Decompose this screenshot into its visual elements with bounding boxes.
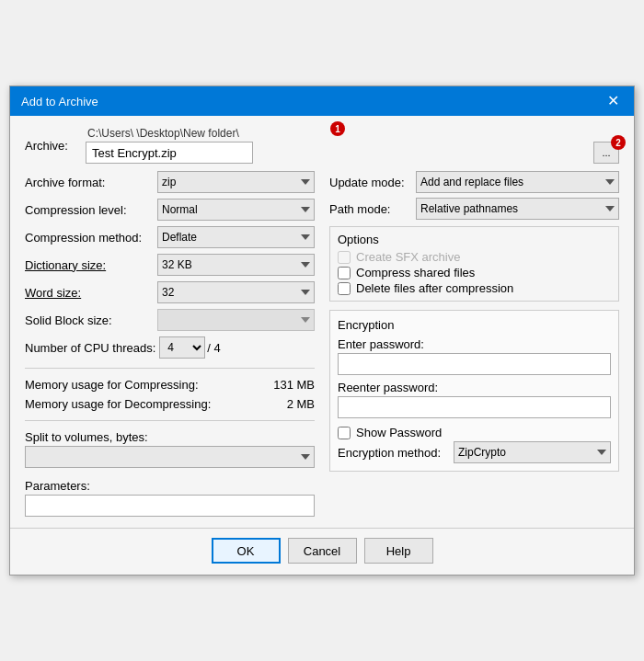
- split-select[interactable]: [25, 446, 315, 468]
- show-password-label: Show Password: [356, 426, 442, 439]
- parameters-label: Parameters:: [25, 479, 315, 493]
- show-password-row: Show Password: [338, 426, 611, 439]
- parameters-section: Parameters:: [25, 479, 315, 517]
- archive-row: Archive: C:\Users\ \Desktop\New folder\ …: [25, 127, 619, 164]
- browse-btn-container: ... 2: [593, 142, 619, 164]
- ok-button[interactable]: OK: [212, 538, 281, 564]
- reenter-password-input[interactable]: [338, 396, 611, 418]
- footer: OK Cancel Help: [10, 528, 634, 575]
- compress-shared-checkbox[interactable]: [338, 267, 351, 279]
- path-mode-row: Path mode: Relative pathnames No pathnam…: [329, 198, 619, 220]
- solid-block-select[interactable]: [157, 309, 315, 331]
- cpu-threads-label: Number of CPU threads:: [25, 341, 155, 355]
- encryption-method-label: Encryption method:: [338, 446, 448, 460]
- add-to-archive-dialog: Add to Archive ✕ Archive: C:\Users\ \Des…: [9, 85, 635, 576]
- dictionary-size-row: Dictionary size: 4 KB 8 KB 16 KB 32 KB 6…: [25, 254, 315, 276]
- create-sfx-checkbox[interactable]: [338, 251, 351, 264]
- archive-format-select[interactable]: zip 7z tar gz: [157, 171, 315, 193]
- cpu-threads-max: / 4: [207, 341, 220, 355]
- archive-path-group: C:\Users\ \Desktop\New folder\ 1 ... 2: [86, 127, 619, 164]
- compress-shared-label: Compress shared files: [356, 266, 475, 279]
- memory-compressing-value: 131 MB: [259, 378, 315, 392]
- badge-1: 1: [330, 121, 345, 136]
- left-column: Archive format: zip 7z tar gz Compressio…: [25, 171, 315, 517]
- update-mode-row: Update mode: Add and replace files Updat…: [329, 171, 619, 193]
- right-column: Update mode: Add and replace files Updat…: [329, 171, 619, 517]
- encryption-title: Encryption: [338, 318, 611, 332]
- dictionary-size-select[interactable]: 4 KB 8 KB 16 KB 32 KB 64 KB: [157, 254, 315, 276]
- archive-format-row: Archive format: zip 7z tar gz: [25, 171, 315, 193]
- archive-format-label: Archive format:: [25, 176, 154, 189]
- encryption-section: Encryption Enter password: Reenter passw…: [329, 310, 619, 472]
- enter-password-label: Enter password:: [338, 337, 611, 351]
- help-button[interactable]: Help: [364, 538, 433, 564]
- show-password-checkbox[interactable]: [338, 427, 351, 439]
- archive-path-text: C:\Users\ \Desktop\New folder\: [86, 127, 619, 140]
- archive-label: Archive:: [25, 139, 80, 153]
- badge-2: 2: [611, 135, 626, 150]
- path-mode-select[interactable]: Relative pathnames No pathnames Absolute…: [416, 198, 619, 220]
- archive-input-container: 1: [86, 142, 590, 164]
- create-sfx-row: Create SFX archive: [338, 250, 611, 264]
- right-col-inner: Update mode: Add and replace files Updat…: [329, 171, 619, 472]
- word-size-label[interactable]: Word size:: [25, 286, 154, 300]
- split-section: Split to volumes, bytes:: [25, 430, 315, 468]
- cpu-threads-spinner: 4 1 2 8 / 4: [159, 336, 220, 359]
- title-bar: Add to Archive ✕: [10, 86, 634, 116]
- memory-decompressing-label: Memory usage for Decompressing:: [25, 397, 211, 411]
- encryption-method-select[interactable]: ZipCrypto AES-128 AES-192 AES-256: [454, 441, 611, 463]
- archive-input[interactable]: [86, 142, 253, 164]
- parameters-input[interactable]: [25, 495, 315, 517]
- word-size-select[interactable]: 16 32 64 128: [157, 281, 315, 303]
- memory-decompressing-row: Memory usage for Decompressing: 2 MB: [25, 397, 315, 411]
- update-mode-label: Update mode:: [329, 176, 412, 189]
- path-mode-label: Path mode:: [329, 202, 412, 216]
- compress-shared-row: Compress shared files: [338, 266, 611, 279]
- options-section: Options Create SFX archive Compress shar…: [329, 226, 619, 302]
- create-sfx-label: Create SFX archive: [356, 250, 460, 264]
- compression-level-row: Compression level: Store Fastest Fast No…: [25, 199, 315, 221]
- reenter-password-label: Reenter password:: [338, 381, 611, 394]
- memory-decompressing-value: 2 MB: [259, 397, 315, 411]
- delete-after-label: Delete files after compression: [356, 281, 513, 295]
- cancel-button[interactable]: Cancel: [288, 538, 357, 564]
- encryption-method-row: Encryption method: ZipCrypto AES-128 AES…: [338, 441, 611, 463]
- options-title: Options: [338, 233, 611, 246]
- memory-compressing-row: Memory usage for Compressing: 131 MB: [25, 378, 315, 392]
- memory-compressing-label: Memory usage for Compressing:: [25, 378, 199, 392]
- compression-method-select[interactable]: Deflate BZip2 LZMA: [157, 226, 315, 248]
- dialog-title: Add to Archive: [21, 95, 98, 108]
- delete-after-row: Delete files after compression: [338, 281, 611, 295]
- delete-after-checkbox[interactable]: [338, 282, 351, 295]
- close-button[interactable]: ✕: [604, 94, 623, 108]
- word-size-row: Word size: 16 32 64 128: [25, 281, 315, 303]
- split-label: Split to volumes, bytes:: [25, 430, 315, 444]
- solid-block-row: Solid Block size:: [25, 309, 315, 331]
- compression-method-label: Compression method:: [25, 231, 154, 245]
- two-column-layout: Archive format: zip 7z tar gz Compressio…: [25, 171, 619, 517]
- cpu-threads-select[interactable]: 4 1 2 8: [159, 336, 205, 359]
- solid-block-label: Solid Block size:: [25, 313, 154, 327]
- cpu-threads-row: Number of CPU threads: 4 1 2 8 / 4: [25, 336, 315, 359]
- enter-password-input[interactable]: [338, 353, 611, 375]
- dictionary-size-label[interactable]: Dictionary size:: [25, 258, 154, 272]
- browse-button[interactable]: ... 2: [593, 142, 619, 164]
- update-mode-select[interactable]: Add and replace files Update and add fil…: [416, 171, 619, 193]
- compression-method-row: Compression method: Deflate BZip2 LZMA: [25, 226, 315, 248]
- compression-level-select[interactable]: Store Fastest Fast Normal Maximum Ultra: [157, 199, 315, 221]
- archive-input-row: 1 ... 2: [86, 142, 619, 164]
- compression-level-label: Compression level:: [25, 203, 154, 217]
- dialog-body: Archive: C:\Users\ \Desktop\New folder\ …: [10, 116, 634, 528]
